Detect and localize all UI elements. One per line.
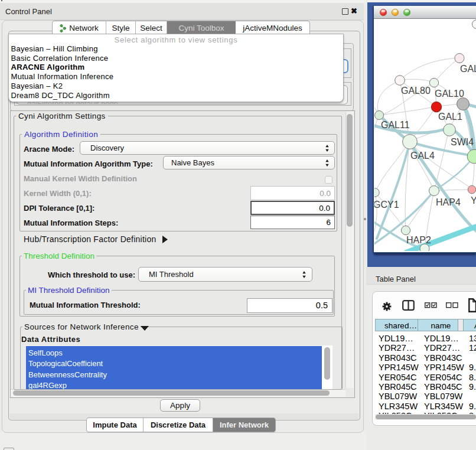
svg-text:SWI4: SWI4 (451, 137, 474, 147)
svg-text:GAL1: GAL1 (438, 112, 462, 122)
svg-text:YL: YL (471, 195, 476, 206)
svg-text:HAP2: HAP2 (406, 235, 431, 245)
svg-text:GAL80: GAL80 (401, 86, 431, 96)
svg-text:GAL10: GAL10 (435, 89, 464, 99)
svg-text:HAP4: HAP4 (436, 197, 461, 207)
svg-text:GAL11: GAL11 (381, 120, 410, 130)
svg-text:GAL7: GAL7 (460, 64, 476, 74)
svg-text:GAL4: GAL4 (410, 151, 435, 161)
svg-text:GCY1: GCY1 (374, 200, 399, 210)
